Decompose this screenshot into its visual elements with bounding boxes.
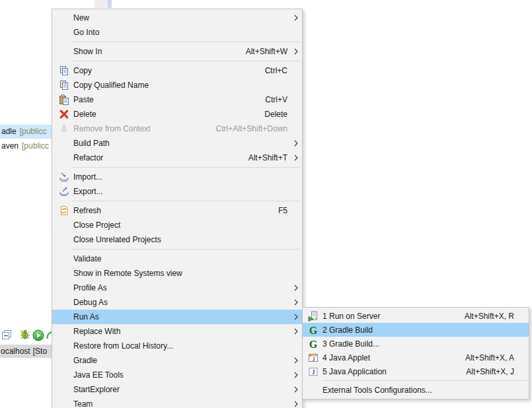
menu-item-team[interactable]: Team [52,397,302,408]
menu-item-external-tools-configurations[interactable]: External Tools Configurations... [303,383,529,397]
menu-item-label: External Tools Configurations... [323,386,517,395]
menu-item-label: Import... [73,172,290,182]
run-play-icon[interactable] [32,329,44,341]
menu-item-shortcut: Delete [264,110,287,119]
menu-item-label: Copy Qualified Name [73,81,290,90]
menu-separator [72,247,301,252]
servers-item-localhost[interactable]: ocalhost[Sto [0,345,52,358]
menu-item-2-gradle-build[interactable]: G2 Gradle Build [303,323,529,337]
export-icon [59,186,69,197]
paste-icon [59,94,69,105]
menu-item-remove-from-context[interactable]: Remove from ContextCtrl+Alt+Shift+Down [52,121,302,136]
menu-item-label: Validate [73,254,290,263]
debug-bug-icon[interactable] [20,329,32,341]
explorer-item-decoration: [publicc [22,141,49,151]
menu-item-close-project[interactable]: Close Project [52,218,302,232]
icon-spacer [59,13,69,23]
menu-item-copy[interactable]: CopyCtrl+C [52,63,302,78]
run-as-submenu: 1 Run on ServerAlt+Shift+X, RG2 Gradle B… [302,307,529,399]
menu-item-import[interactable]: Import... [52,170,302,184]
icon-spacer [59,234,69,245]
collapse-windows-icon[interactable] [1,329,13,341]
menu-item-shortcut: Ctrl+V [265,95,287,104]
menu-item-label: Build Path [73,139,290,148]
menu-separator [72,40,301,44]
menu-item-paste[interactable]: PasteCtrl+V [52,92,302,107]
menu-separator [72,59,301,63]
menu-item-shortcut: F5 [278,206,287,215]
icon-spacer [59,254,69,264]
menu-item-startexplorer[interactable]: StartExplorer [52,382,302,397]
submenu-arrow-icon [290,299,298,306]
menu-separator [72,165,301,170]
svg-text:J: J [312,368,315,375]
submenu-arrow-icon [290,372,298,378]
icon-spacer [59,138,69,149]
menu-separator [323,378,527,383]
scrollbar-thumb-fragment [108,0,112,8]
menu-item-label: Refresh [73,206,266,215]
menu-item-build-path[interactable]: Build Path [52,136,302,151]
menu-item-copy-qualified-name[interactable]: Copy Qualified Name [52,78,302,92]
menu-item-refresh[interactable]: RefreshF5 [52,203,302,218]
menu-item-export[interactable]: Export... [52,184,302,199]
menu-item-3-gradle-build[interactable]: G3 Gradle Build... [303,337,529,351]
menu-item-shortcut: Ctrl+C [265,66,287,75]
icon-spacer [59,27,69,38]
menu-item-restore-from-local-history[interactable]: Restore from Local History... [52,339,302,353]
submenu-arrow-icon [290,314,298,320]
context-menu: NewGo IntoShow InAlt+Shift+WCopyCtrl+CCo… [52,9,303,408]
icon-spacer [59,297,69,308]
server-status: [Sto [33,347,47,356]
scrollbar-fragment [95,0,108,8]
menu-item-4-java-applet[interactable]: J4 Java AppletAlt+Shift+X, A [303,351,529,364]
menu-item-delete[interactable]: DeleteDelete [52,107,302,121]
menu-item-validate[interactable]: Validate [52,252,302,266]
menu-item-label: 3 Gradle Build... [323,339,517,349]
submenu-arrow-icon [290,140,298,147]
menu-item-shortcut: Alt+Shift+W [246,47,287,56]
menu-item-java-ee-tools[interactable]: Java EE Tools [52,368,302,382]
menu-item-close-unrelated-projects[interactable]: Close Unrelated Projects [52,232,302,247]
menu-item-label: Export... [73,187,290,196]
icon-spacer [59,384,69,395]
submenu-arrow-icon [290,48,298,55]
menu-item-show-in-remote-systems-view[interactable]: Show in Remote Systems view [52,266,302,281]
import-icon [59,172,69,182]
gradle-icon: G [308,325,319,335]
menu-item-1-run-on-server[interactable]: 1 Run on ServerAlt+Shift+X, R [303,309,529,323]
explorer-item-gradle[interactable]: adle[publicc [0,125,52,139]
submenu-arrow-icon [290,328,298,335]
explorer-item-maven[interactable]: aven[publicc [0,139,52,153]
menu-item-label: Java EE Tools [73,370,290,380]
menu-item-profile-as[interactable]: Profile As [52,281,302,295]
menu-item-label: Replace With [73,327,290,336]
explorer-item-decoration: [publicc [20,127,47,136]
menu-item-replace-with[interactable]: Replace With [52,324,302,339]
icon-spacer [308,385,319,395]
menu-item-run-as[interactable]: Run As [52,310,302,324]
menu-item-label: 1 Run on Server [323,312,453,321]
menu-item-label: Paste [73,95,253,104]
icon-spacer [59,399,69,408]
menu-item-show-in[interactable]: Show InAlt+Shift+W [52,44,302,59]
menu-item-gradle[interactable]: Gradle [52,353,302,368]
icon-spacer [59,283,69,293]
remove-from-context-icon [59,123,69,134]
servers-view-toolbar [0,328,52,344]
menu-item-5-java-application[interactable]: J5 Java ApplicationAlt+Shift+X, J [303,364,529,378]
menu-item-label: Close Project [73,221,290,230]
menu-item-label: Show in Remote Systems view [73,269,290,278]
menu-item-shortcut: Ctrl+Alt+Shift+Down [216,124,287,133]
gradle-icon: G [308,339,319,349]
icon-spacer [59,220,69,230]
menu-item-new[interactable]: New [52,11,302,25]
submenu-arrow-icon [290,154,298,161]
menu-item-go-into[interactable]: Go Into [52,25,302,40]
menu-item-debug-as[interactable]: Debug As [52,295,302,310]
submenu-arrow-icon [290,386,298,393]
menu-item-shortcut: Alt+Shift+T [248,153,287,162]
menu-item-refactor[interactable]: RefactorAlt+Shift+T [52,151,302,165]
svg-text:J: J [313,356,315,362]
menu-item-label: New [73,13,290,22]
